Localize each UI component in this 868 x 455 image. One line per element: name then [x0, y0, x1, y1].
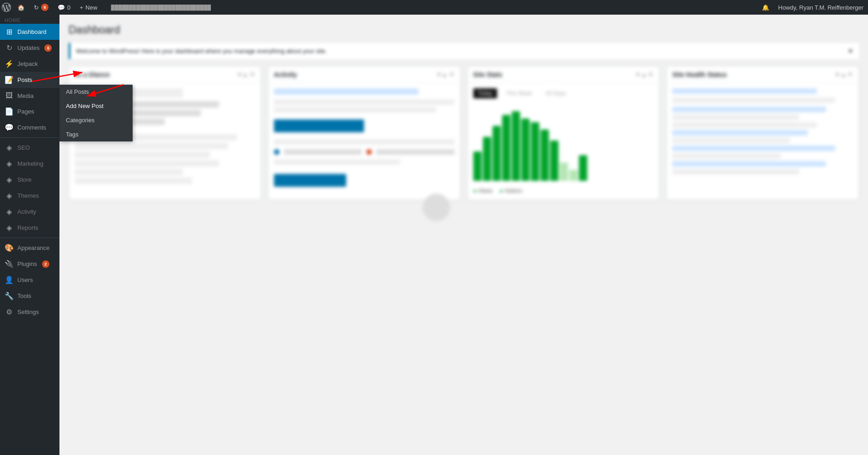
- stats-chart: [473, 103, 654, 185]
- pages-icon: 📄: [5, 107, 14, 116]
- updates-count-badge: 6: [44, 44, 52, 52]
- widget-body-activity: [268, 83, 460, 199]
- widget-body-right: [667, 83, 858, 182]
- store-icon: ◈: [5, 175, 14, 184]
- widget-header-site-stats: Site Stats ▾ ▴ ✕: [468, 66, 659, 83]
- sidebar-item-reports[interactable]: ◈ Reports: [0, 220, 59, 236]
- widget-activity: Activity ▾ ▴ ✕: [268, 66, 461, 200]
- sidebar-item-pages[interactable]: 📄 Pages: [0, 103, 59, 119]
- sidebar-item-users[interactable]: 👤 Users: [0, 272, 59, 288]
- bar-2: [483, 137, 491, 181]
- sidebar-item-marketing[interactable]: ◈ Marketing: [0, 156, 59, 172]
- bar-4: [502, 115, 510, 181]
- sidebar-item-posts[interactable]: 📝 Posts: [0, 72, 59, 88]
- main-content: Dashboard Welcome to WordPress! Here is …: [59, 15, 868, 455]
- bar-6: [521, 119, 530, 181]
- wp-logo[interactable]: [0, 0, 13, 15]
- sidebar-item-themes[interactable]: ◈ Themes: [0, 188, 59, 204]
- users-icon: 👤: [5, 276, 14, 284]
- settings-icon: ⚙: [5, 308, 14, 316]
- chart-legend: ● Views ● Visitors: [473, 188, 654, 194]
- posts-icon: 📝: [5, 76, 14, 84]
- bar-10: [560, 162, 568, 181]
- tools-icon: 🔧: [5, 292, 14, 300]
- updates-sidebar-icon: ↻: [5, 43, 14, 52]
- widget-header-right: Site Health Status ▾ ▴ ✕: [667, 66, 858, 83]
- sidebar-item-seo[interactable]: ◈ SEO: [0, 140, 59, 156]
- sidebar-item-settings[interactable]: ⚙ Settings: [0, 304, 59, 320]
- new-icon: +: [80, 4, 83, 11]
- sidebar-item-activity[interactable]: ◈ Activity: [0, 204, 59, 220]
- submenu-tags[interactable]: Tags: [59, 127, 133, 141]
- themes-icon: ◈: [5, 191, 14, 200]
- submenu-add-new-post[interactable]: Add New Post: [59, 99, 133, 113]
- notice-text: Welcome to WordPress! Here is your dashb…: [76, 48, 327, 54]
- sidebar-item-tools[interactable]: 🔧 Tools: [0, 288, 59, 304]
- adminbar-new[interactable]: + New: [75, 0, 102, 15]
- bar-5: [512, 111, 520, 181]
- admin-sidebar: Home ⊞ Dashboard ↻ Updates 6 ⚡ Jetpack 📝…: [0, 15, 59, 455]
- sidebar-item-dashboard[interactable]: ⊞ Dashboard: [0, 24, 59, 40]
- bar-3: [493, 126, 501, 181]
- updates-badge: 6: [41, 4, 48, 11]
- widget-header-activity: Activity ▾ ▴ ✕: [268, 66, 460, 83]
- sidebar-item-comments[interactable]: 💬 Comments: [0, 119, 59, 135]
- dashboard-widgets-grid: At a Glance ▾ ▴ ✕: [69, 66, 859, 200]
- wp-wrap: Home ⊞ Dashboard ↻ Updates 6 ⚡ Jetpack 📝…: [0, 15, 868, 455]
- sidebar-item-jetpack[interactable]: ⚡ Jetpack: [0, 56, 59, 72]
- widget-body-site-stats: Today This Week 30 Days: [468, 83, 659, 200]
- comments-icon: 💬: [58, 4, 65, 11]
- plugins-icon: 🔌: [5, 260, 14, 268]
- posts-submenu-popup: All Posts Add New Post Categories Tags: [59, 85, 133, 141]
- plugins-count-badge: 2: [42, 260, 49, 268]
- bar-8: [541, 130, 549, 181]
- new-label: New: [86, 4, 97, 11]
- notification-bell[interactable]: 🔔: [757, 0, 774, 15]
- notice-close-button[interactable]: ✕: [847, 47, 853, 55]
- dashboard-icon: ⊞: [5, 27, 14, 36]
- sidebar-item-store[interactable]: ◈ Store: [0, 172, 59, 188]
- adminbar-home[interactable]: 🏠: [13, 0, 29, 15]
- sidebar-item-media[interactable]: 🖼 Media: [0, 88, 59, 103]
- admin-bar: 🏠 ↻ 6 💬 0 + New ████████████████████████…: [0, 0, 868, 15]
- bar-7: [531, 122, 539, 181]
- seo-icon: ◈: [5, 143, 14, 152]
- reports-icon: ◈: [5, 223, 14, 232]
- submenu-categories[interactable]: Categories: [59, 113, 133, 127]
- submenu-all-posts[interactable]: All Posts: [59, 85, 133, 99]
- appearance-icon: 🎨: [5, 244, 14, 252]
- howdy-user[interactable]: Howdy, Ryan T.M. Reiffenberger: [774, 0, 868, 15]
- media-icon: 🖼: [5, 92, 14, 100]
- updates-icon: ↻: [34, 4, 39, 11]
- widget-site-stats: Site Stats ▾ ▴ ✕ Today This Week 30 Days: [467, 66, 660, 200]
- jetpack-icon: ⚡: [5, 60, 14, 68]
- bar-11: [569, 170, 578, 181]
- adminbar-updates[interactable]: ↻ 6: [29, 0, 53, 15]
- sidebar-item-updates[interactable]: ↻ Updates 6: [0, 40, 59, 56]
- bar-12: [579, 155, 587, 181]
- home-section-label: Home: [0, 15, 59, 24]
- sidebar-separator-2: [0, 238, 59, 238]
- sidebar-item-plugins[interactable]: 🔌 Plugins 2: [0, 256, 59, 272]
- marketing-icon: ◈: [5, 159, 14, 168]
- adminbar-home-icon: 🏠: [17, 4, 25, 11]
- comments-sidebar-icon: 💬: [5, 123, 14, 132]
- admin-notice: Welcome to WordPress! Here is your dashb…: [69, 43, 859, 59]
- adminbar-comments[interactable]: 💬 0: [53, 0, 75, 15]
- activity-icon: ◈: [5, 207, 14, 216]
- adminbar-loading: ████████████████████████████: [102, 0, 215, 15]
- bar-9: [550, 141, 558, 181]
- page-title: Dashboard: [69, 24, 859, 36]
- sidebar-item-appearance[interactable]: 🎨 Appearance: [0, 240, 59, 256]
- sidebar-separator-1: [0, 137, 59, 138]
- widget-header-at-a-glance: At a Glance ▾ ▴ ✕: [69, 66, 261, 83]
- widget-right: Site Health Status ▾ ▴ ✕: [666, 66, 859, 200]
- comments-count: 0: [67, 4, 70, 11]
- bar-1: [473, 152, 482, 181]
